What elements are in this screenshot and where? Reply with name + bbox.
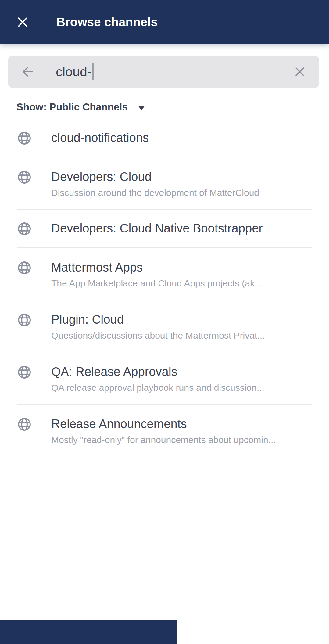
close-icon[interactable]: [14, 13, 31, 31]
channel-name: QA: Release Approvals: [51, 364, 264, 379]
globe-icon: [17, 365, 32, 380]
channel-texts: cloud-notifications: [51, 130, 149, 145]
channel-name: Release Announcements: [51, 416, 276, 431]
arrow-left-icon[interactable]: [20, 64, 36, 80]
clear-search-button[interactable]: [292, 64, 307, 79]
channel-list-item[interactable]: Mattermost Apps The App Marketplace and …: [0, 248, 329, 300]
channel-list-item[interactable]: Developers: Cloud Native Bootstrapper: [0, 210, 329, 247]
channel-texts: Developers: Cloud Discussion around the …: [51, 169, 259, 199]
channel-name: cloud-notifications: [51, 130, 149, 145]
chevron-down-icon: [138, 106, 145, 110]
channel-name: Mattermost Apps: [51, 260, 262, 275]
channel-texts: QA: Release Approvals QA release approva…: [51, 364, 264, 394]
globe-icon: [17, 221, 32, 236]
globe-icon: [17, 417, 32, 432]
channel-description: Mostly "read-only" for announcements abo…: [51, 434, 276, 446]
channel-name: Developers: Cloud Native Bootstrapper: [51, 221, 263, 236]
channel-texts: Developers: Cloud Native Bootstrapper: [51, 221, 263, 236]
channel-description: The App Marketplace and Cloud Apps proje…: [51, 278, 262, 289]
globe-icon: [17, 260, 32, 275]
channel-list-item[interactable]: QA: Release Approvals QA release approva…: [0, 352, 329, 404]
channel-list-item[interactable]: Developers: Cloud Discussion around the …: [0, 157, 329, 209]
bottom-nav-bar: [0, 620, 177, 644]
channel-name: Plugin: Cloud: [51, 312, 265, 327]
channel-list-item[interactable]: Plugin: Cloud Questions/discussions abou…: [0, 300, 329, 352]
page-title: Browse channels: [56, 15, 158, 29]
search-input-value: cloud-: [56, 64, 91, 79]
channel-list-item[interactable]: Release Announcements Mostly "read-only"…: [0, 405, 329, 456]
channel-description: Discussion around the development of Mat…: [51, 187, 259, 199]
header: Browse channels: [0, 0, 329, 44]
channel-list-item[interactable]: cloud-notifications: [0, 119, 329, 157]
channel-type-dropdown[interactable]: Show: Public Channels: [16, 101, 145, 113]
search-bar[interactable]: cloud-: [8, 56, 319, 88]
globe-icon: [17, 312, 32, 328]
channel-texts: Mattermost Apps The App Marketplace and …: [51, 260, 262, 289]
channel-texts: Plugin: Cloud Questions/discussions abou…: [51, 312, 265, 341]
text-cursor: [92, 63, 94, 80]
channel-list: cloud-notifications Developers: Cloud Di…: [0, 119, 329, 456]
channel-type-label: Show: Public Channels: [16, 101, 128, 113]
channel-description: QA release approval playbook runs and di…: [51, 382, 264, 394]
search-input[interactable]: cloud-: [56, 63, 292, 80]
globe-icon: [17, 170, 32, 185]
channel-description: Questions/discussions about the Mattermo…: [51, 330, 265, 341]
channel-texts: Release Announcements Mostly "read-only"…: [51, 416, 276, 446]
channel-name: Developers: Cloud: [51, 169, 259, 184]
globe-icon: [17, 131, 32, 146]
